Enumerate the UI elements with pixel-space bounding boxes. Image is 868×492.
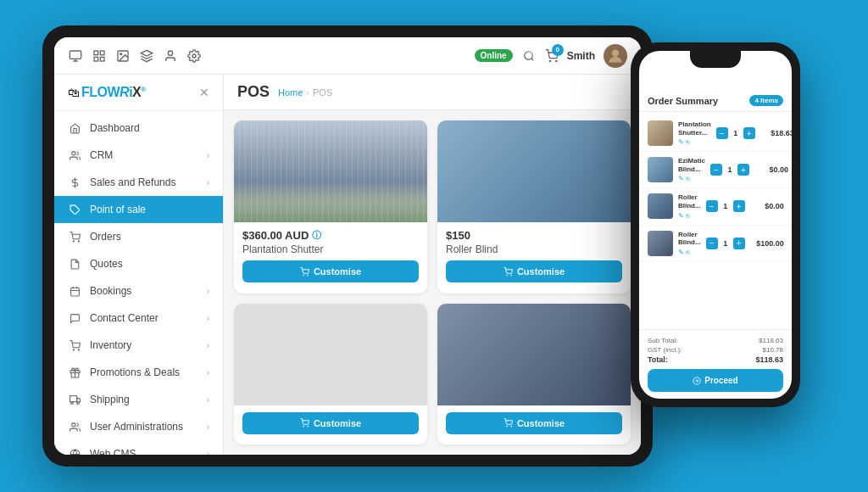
svg-point-41	[303, 426, 304, 427]
sales-arrow-icon: ›	[207, 178, 209, 187]
edit-icon-0[interactable]: ✎	[678, 138, 684, 146]
customise-button-1[interactable]: Customise	[446, 260, 622, 282]
product-name-0: Plantation Shutter	[242, 243, 419, 255]
layers-icon[interactable]	[139, 48, 154, 64]
grid-icon[interactable]	[92, 48, 107, 64]
sidebar-item-quotes[interactable]: Quotes	[54, 250, 223, 277]
calendar-icon	[68, 284, 81, 298]
product-info-2: Customise	[234, 405, 427, 441]
qty-plus-0[interactable]: +	[743, 127, 755, 139]
order-item-2: Roller Blind... ✎ ⎋ − 1 + $0.00	[639, 188, 792, 225]
order-item-price-1: $0.00	[754, 165, 788, 174]
sidebar-item-dashboard[interactable]: Dashboard	[54, 115, 223, 142]
breadcrumb-home[interactable]: Home	[278, 87, 303, 98]
edit-icon-1[interactable]: ✎	[678, 175, 684, 182]
sidebar: 🛍 FLOWRiX® ✕ Dashboard	[54, 75, 224, 455]
order-item-image-2	[648, 193, 673, 219]
sidebar-label-quotes: Quotes	[90, 258, 209, 270]
sidebar-label-pos: Point of sale	[90, 204, 209, 215]
link-icon-0[interactable]: ⎋	[686, 138, 690, 146]
sidebar-label-promotions: Promotions & Deals	[90, 366, 198, 378]
svg-rect-5	[94, 57, 98, 61]
user-icon[interactable]	[163, 48, 178, 64]
inventory-arrow-icon: ›	[207, 341, 209, 350]
gst-value: $10.78	[763, 346, 783, 354]
proceed-button[interactable]: Proceed	[648, 369, 783, 392]
order-item-name-1: EziMatic Blind...	[678, 157, 705, 173]
settings-icon[interactable]	[186, 48, 202, 64]
sidebar-label-user-admin: User Administrations	[90, 421, 198, 433]
sidebar-item-crm[interactable]: CRM ›	[54, 142, 223, 169]
order-item-actions-3: ✎ ⎋	[678, 249, 701, 256]
search-icon[interactable]	[521, 48, 537, 64]
order-item-actions-2: ✎ ⎋	[678, 212, 701, 220]
link-icon-1[interactable]: ⎋	[686, 175, 690, 182]
sidebar-item-sales[interactable]: Sales and Refunds ›	[54, 169, 223, 196]
breadcrumb: Home › POS	[278, 87, 332, 98]
qty-plus-2[interactable]: +	[733, 200, 745, 212]
svg-point-38	[308, 275, 309, 276]
svg-point-17	[71, 151, 75, 154]
chat-icon	[68, 311, 81, 325]
sidebar-item-inventory[interactable]: Inventory ›	[54, 332, 223, 359]
close-sidebar-button[interactable]: ✕	[199, 86, 209, 99]
sidebar-label-shipping: Shipping	[90, 394, 198, 405]
qty-value-0: 1	[732, 129, 740, 137]
qty-minus-3[interactable]: −	[706, 238, 718, 249]
edit-icon-3[interactable]: ✎	[678, 249, 684, 256]
qty-plus-3[interactable]: +	[733, 238, 745, 249]
avatar[interactable]	[604, 44, 627, 68]
cart-icon-wrap[interactable]: 0	[545, 49, 559, 63]
sidebar-item-promotions[interactable]: Promotions & Deals ›	[54, 359, 223, 386]
sidebar-item-bookings[interactable]: Bookings ›	[54, 277, 223, 305]
customise-button-0[interactable]: Customise	[242, 260, 419, 282]
price-info-icon-0: ⓘ	[312, 229, 321, 242]
subtotal-row: Sub Total: $118.63	[648, 337, 783, 344]
image-icon[interactable]	[115, 48, 131, 64]
link-icon-3[interactable]: ⎋	[686, 249, 690, 256]
product-image-3	[437, 304, 631, 405]
product-info-0: $360.00 AUD ⓘ Plantation Shutter Customi…	[234, 222, 427, 289]
sidebar-item-shipping[interactable]: Shipping ›	[54, 386, 223, 413]
qty-plus-1[interactable]: +	[737, 164, 749, 176]
svg-point-14	[549, 60, 550, 61]
order-item-details-1: EziMatic Blind... ✎ ⎋	[678, 157, 705, 182]
order-item-1: EziMatic Blind... ✎ ⎋ − 1 + $0.00	[639, 152, 792, 188]
sidebar-item-orders[interactable]: Orders	[54, 223, 223, 250]
order-summary-title: Order Summary	[648, 96, 718, 106]
products-grid: $360.00 AUD ⓘ Plantation Shutter Customi…	[224, 110, 641, 455]
sidebar-label-crm: CRM	[90, 149, 198, 161]
customise-button-2[interactable]: Customise	[242, 412, 419, 434]
product-image-1	[437, 120, 631, 222]
crm-arrow-icon: ›	[207, 151, 209, 160]
phone-notch	[690, 51, 741, 68]
svg-point-42	[308, 426, 309, 427]
subtotal-label: Sub Total:	[648, 337, 677, 344]
qty-minus-1[interactable]: −	[710, 164, 722, 176]
qty-minus-2[interactable]: −	[706, 200, 718, 212]
sidebar-item-web-cms[interactable]: Web CMS ›	[54, 440, 223, 455]
user-admin-arrow-icon: ›	[207, 422, 209, 432]
order-item-image-3	[648, 231, 673, 256]
order-totals: Sub Total: $118.63 GST (incl.): $10.78 T…	[639, 329, 792, 399]
sidebar-item-pos[interactable]: Point of sale	[54, 196, 223, 223]
svg-point-44	[511, 426, 512, 427]
order-item-0: Plantation Shutter... ✎ ⎋ − 1 + $18.63	[639, 115, 792, 152]
order-item-details-0: Plantation Shutter... ✎ ⎋	[678, 120, 711, 146]
sidebar-item-contact-center[interactable]: Contact Center ›	[54, 305, 223, 332]
product-image-0	[234, 120, 427, 222]
main-area: 🛍 FLOWRiX® ✕ Dashboard	[54, 75, 641, 455]
edit-icon-2[interactable]: ✎	[678, 212, 684, 220]
svg-marker-31	[76, 398, 80, 401]
sidebar-logo: 🛍 FLOWRiX® ✕	[54, 75, 223, 111]
svg-point-20	[73, 240, 74, 241]
qty-minus-0[interactable]: −	[716, 127, 728, 139]
svg-line-13	[531, 58, 533, 60]
home-icon	[68, 121, 81, 135]
svg-point-10	[168, 51, 172, 55]
monitor-icon[interactable]	[68, 48, 83, 64]
sidebar-item-user-admin[interactable]: User Administrations ›	[54, 413, 223, 440]
order-item-name-0: Plantation Shutter...	[678, 120, 711, 137]
link-icon-2[interactable]: ⎋	[686, 212, 690, 220]
customise-button-3[interactable]: Customise	[446, 412, 622, 434]
